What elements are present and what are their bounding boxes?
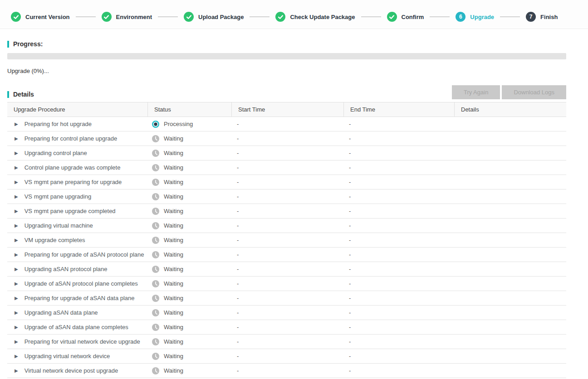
step-done-circle bbox=[275, 12, 285, 22]
step-done-circle bbox=[11, 12, 21, 22]
procedure-cell: ▶ Upgrade of aSAN protocol plane complet… bbox=[7, 280, 147, 287]
checkmark-icon bbox=[186, 14, 192, 20]
procedure-cell: ▶ VS mgmt pane preparing for upgrade bbox=[7, 179, 147, 185]
expand-arrow-icon[interactable]: ▶ bbox=[15, 311, 18, 315]
wizard-step-finish: 7Finish bbox=[526, 12, 558, 22]
expand-arrow-icon[interactable]: ▶ bbox=[15, 151, 18, 155]
waiting-icon bbox=[152, 266, 159, 273]
procedure-label: VS mgmt pane upgrading bbox=[24, 193, 91, 200]
status-cell: Waiting bbox=[147, 251, 231, 258]
wizard-step-upload-package: Upload Package bbox=[184, 12, 244, 22]
details-heading: Details bbox=[7, 91, 34, 98]
try-again-button[interactable]: Try Again bbox=[452, 85, 500, 99]
wizard-step-check-update-package: Check Update Package bbox=[275, 12, 355, 22]
table-row: ▶ Preparing for upgrade of aSAN data pla… bbox=[7, 291, 566, 306]
status-label: Waiting bbox=[164, 324, 183, 330]
expand-arrow-icon[interactable]: ▶ bbox=[15, 296, 18, 301]
expand-arrow-icon[interactable]: ▶ bbox=[15, 122, 18, 126]
table-row: ▶ Upgrading control plane Waiting - - bbox=[7, 146, 566, 160]
expand-arrow-icon[interactable]: ▶ bbox=[15, 194, 18, 199]
waiting-icon bbox=[152, 164, 159, 171]
procedure-cell: ▶ Upgrading aSAN protocol plane bbox=[7, 266, 147, 272]
step-label: Upload Package bbox=[198, 14, 244, 20]
waiting-icon bbox=[152, 208, 159, 215]
end-time-cell: - bbox=[343, 164, 454, 171]
start-time-cell: - bbox=[231, 193, 343, 200]
status-cell: Waiting bbox=[147, 150, 231, 157]
table-row: ▶ Preparing for control plane upgrade Wa… bbox=[7, 131, 566, 146]
table-row: ▶ Upgrading aSAN protocol plane Waiting … bbox=[7, 262, 566, 277]
end-time-cell: - bbox=[343, 280, 454, 287]
expand-arrow-icon[interactable]: ▶ bbox=[15, 340, 18, 344]
table-row: ▶ Upgrading virtual network device Waiti… bbox=[7, 349, 566, 364]
start-time-cell: - bbox=[231, 338, 343, 345]
expand-arrow-icon[interactable]: ▶ bbox=[15, 224, 18, 228]
wizard-step-environment: Environment bbox=[102, 12, 152, 22]
procedure-label: Upgrading aSAN protocol plane bbox=[24, 266, 108, 272]
procedure-cell: ▶ VS mgmt pane upgrading bbox=[7, 193, 147, 200]
expand-arrow-icon[interactable]: ▶ bbox=[15, 209, 18, 214]
start-time-cell: - bbox=[231, 367, 343, 374]
table-row: ▶ Control plane upgrade was complete Wai… bbox=[7, 160, 566, 175]
download-logs-button[interactable]: Download Logs bbox=[502, 85, 566, 99]
expand-arrow-icon[interactable]: ▶ bbox=[15, 136, 18, 141]
expand-arrow-icon[interactable]: ▶ bbox=[15, 238, 18, 243]
status-cell: Waiting bbox=[147, 367, 231, 374]
details-actions: Try Again Download Logs bbox=[452, 85, 566, 99]
accent-bar bbox=[7, 91, 9, 98]
status-label: Waiting bbox=[164, 237, 183, 243]
waiting-icon bbox=[152, 324, 159, 331]
waiting-icon bbox=[152, 222, 159, 229]
step-connector bbox=[250, 16, 270, 17]
wizard-stepbar: Current VersionEnvironmentUpload Package… bbox=[0, 0, 588, 29]
checkmark-icon bbox=[278, 14, 284, 20]
start-time-cell: - bbox=[231, 208, 343, 214]
step-done-circle bbox=[102, 12, 112, 22]
start-time-cell: - bbox=[231, 295, 343, 301]
expand-arrow-icon[interactable]: ▶ bbox=[15, 253, 18, 257]
start-time-cell: - bbox=[231, 324, 343, 330]
start-time-cell: - bbox=[231, 222, 343, 229]
expand-arrow-icon[interactable]: ▶ bbox=[15, 369, 18, 373]
wizard-step-confirm: Confirm bbox=[387, 12, 424, 22]
end-time-cell: - bbox=[343, 179, 454, 185]
status-label: Processing bbox=[164, 121, 193, 127]
waiting-icon bbox=[152, 237, 159, 244]
procedure-label: Preparing for virtual network device upg… bbox=[24, 338, 140, 345]
procedure-cell: ▶ VM upgrade completes bbox=[7, 237, 147, 243]
procedure-cell: ▶ Preparing for upgrade of aSAN data pla… bbox=[7, 295, 147, 301]
expand-arrow-icon[interactable]: ▶ bbox=[15, 282, 18, 286]
start-time-cell: - bbox=[231, 150, 343, 156]
procedure-cell: ▶ Preparing for control plane upgrade bbox=[7, 135, 147, 142]
status-cell: Waiting bbox=[147, 309, 231, 316]
status-cell: Waiting bbox=[147, 324, 231, 331]
end-time-cell: - bbox=[343, 121, 454, 127]
table-row: ▶ Upgrade of aSAN protocol plane complet… bbox=[7, 277, 566, 291]
progress-status-text: Upgrade (0%)... bbox=[7, 68, 566, 74]
procedure-cell: ▶ Virtual network device post upgrade bbox=[7, 367, 147, 374]
status-cell: Waiting bbox=[147, 164, 231, 171]
wizard-step-upgrade: 6Upgrade bbox=[456, 12, 494, 22]
waiting-icon bbox=[152, 135, 159, 142]
expand-arrow-icon[interactable]: ▶ bbox=[15, 267, 18, 272]
procedure-label: VM upgrade completes bbox=[24, 237, 85, 243]
expand-arrow-icon[interactable]: ▶ bbox=[15, 180, 18, 185]
status-cell: Waiting bbox=[147, 266, 231, 273]
end-time-cell: - bbox=[343, 295, 454, 301]
step-done-circle bbox=[387, 12, 397, 22]
step-connector bbox=[361, 16, 381, 17]
procedure-label: Upgrade of aSAN protocol plane completes bbox=[24, 280, 138, 287]
procedure-label: Preparing for hot upgrade bbox=[24, 121, 92, 127]
status-label: Waiting bbox=[164, 179, 183, 185]
expand-arrow-icon[interactable]: ▶ bbox=[15, 325, 18, 330]
expand-arrow-icon[interactable]: ▶ bbox=[15, 165, 18, 170]
procedure-cell: ▶ Upgrade of aSAN data plane completes bbox=[7, 324, 147, 330]
procedure-cell: ▶ Control plane upgrade was complete bbox=[7, 164, 147, 171]
procedure-label: Upgrading virtual machine bbox=[24, 222, 93, 229]
column-header-upgrade-procedure: Upgrade Procedure bbox=[7, 102, 147, 117]
start-time-cell: - bbox=[231, 179, 343, 185]
expand-arrow-icon[interactable]: ▶ bbox=[15, 354, 18, 359]
table-row: ▶ Upgrading virtual machine Waiting - - bbox=[7, 219, 566, 233]
waiting-icon bbox=[152, 309, 159, 316]
status-cell: Waiting bbox=[147, 353, 231, 360]
